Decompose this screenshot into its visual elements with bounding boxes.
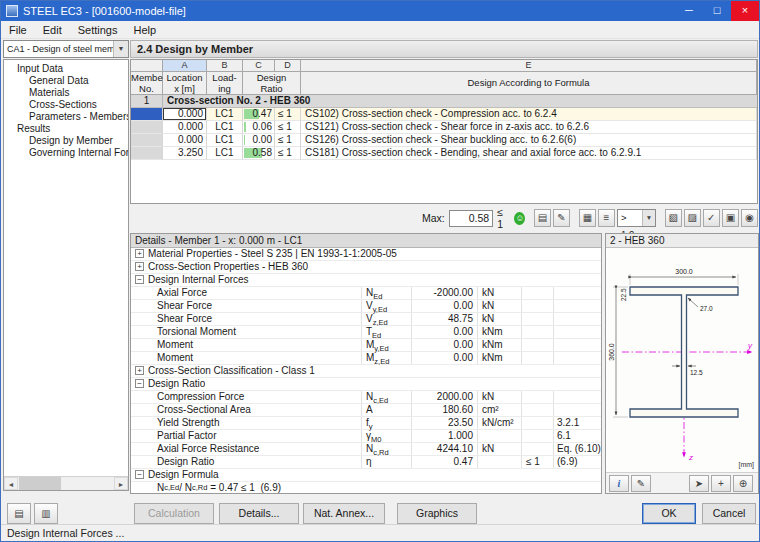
- tree-general-data[interactable]: General Data: [4, 75, 128, 87]
- cell-formula[interactable]: CS121) Cross-section check - Shear force…: [301, 121, 757, 134]
- check-icon-button[interactable]: ✓: [703, 209, 720, 227]
- column-d[interactable]: D: [275, 60, 301, 72]
- cell-loading[interactable]: LC1: [207, 108, 243, 121]
- cell-formula[interactable]: CS181) Cross-section check - Bending, sh…: [301, 147, 757, 160]
- cell-loading[interactable]: LC1: [207, 121, 243, 134]
- menu-edit[interactable]: Edit: [35, 21, 70, 39]
- tree-results[interactable]: Results: [4, 123, 128, 135]
- tree-design-by-member[interactable]: Design by Member: [4, 135, 128, 147]
- cell-ratio[interactable]: 0.47: [243, 108, 275, 121]
- info-button[interactable]: i: [609, 475, 629, 492]
- sheet-icon-button[interactable]: ▤: [534, 209, 551, 227]
- dim-flange: 22.5: [620, 288, 627, 301]
- menu-file[interactable]: File: [1, 21, 35, 39]
- zoom-button[interactable]: ⊕: [733, 475, 753, 492]
- tree-input-data[interactable]: Input Data: [4, 63, 128, 75]
- pointer-button[interactable]: ➤: [689, 475, 709, 492]
- nat-annex-button[interactable]: Nat. Annex...: [303, 503, 385, 524]
- close-button[interactable]: ×: [731, 1, 759, 21]
- tree-materials[interactable]: Materials: [4, 87, 128, 99]
- menu-settings[interactable]: Settings: [70, 21, 126, 39]
- maximize-button[interactable]: □: [703, 1, 731, 21]
- cell-formula[interactable]: CS126) Cross-section check - Shear buckl…: [301, 134, 757, 147]
- table-icon-button[interactable]: ▦: [579, 209, 596, 227]
- tree-cross-sections[interactable]: Cross-Sections: [4, 99, 128, 111]
- cell-loading[interactable]: LC1: [207, 134, 243, 147]
- cell-location[interactable]: 0.000: [163, 121, 207, 134]
- toggle-tables-button[interactable]: ▥: [34, 503, 58, 524]
- cell-ratio[interactable]: 0.58: [243, 147, 275, 160]
- heb360-section-svg: y z 300.0 360.0 22.5 27.0: [606, 248, 758, 472]
- grid-icon-button[interactable]: ▣: [722, 209, 739, 227]
- row-selector[interactable]: [131, 108, 163, 121]
- results-table: A B C D E MemberNo. Locationx [m] Load-i…: [130, 59, 758, 204]
- column-a[interactable]: A: [163, 60, 207, 72]
- scroll-left-button[interactable]: ◄: [4, 477, 18, 490]
- tree-parameters-members[interactable]: Parameters - Members: [4, 111, 128, 123]
- dim-height: 360.0: [608, 343, 615, 361]
- cancel-button[interactable]: Cancel: [702, 503, 756, 524]
- chevron-down-icon[interactable]: ▼: [113, 41, 128, 57]
- scroll-thumb[interactable]: [19, 477, 61, 490]
- collapse-icon[interactable]: −: [135, 379, 144, 388]
- details-button[interactable]: Details...: [219, 503, 299, 524]
- detail-row: Moment My,Ed 0.00 kNm: [131, 339, 601, 352]
- expand-icon[interactable]: +: [135, 262, 144, 271]
- group-row[interactable]: 1 Cross-section No. 2 - HEB 360: [131, 95, 757, 108]
- detail-row: Axial Force Resistance Nc,Rd 4244.10 kN …: [131, 443, 601, 456]
- table-row: 3.250 LC1 0.58 ≤ 1 CS181) Cross-section …: [131, 147, 757, 160]
- cell-location[interactable]: 3.250: [163, 147, 207, 160]
- cell-ratio[interactable]: 0.00: [243, 134, 275, 147]
- column-letter-row: A B C D E: [131, 60, 757, 72]
- header-location: Locationx [m]: [163, 72, 207, 95]
- detail-row: Shear Force Vz,Ed 48.75 kN: [131, 313, 601, 326]
- pencil-icon-button[interactable]: ✎: [553, 209, 570, 227]
- row-selector[interactable]: [131, 147, 163, 160]
- crosshair-button[interactable]: +: [711, 475, 731, 492]
- minimize-button[interactable]: ─: [675, 1, 703, 21]
- unit-label: [mm]: [738, 461, 754, 469]
- stamp-button[interactable]: ✎: [631, 475, 651, 492]
- cell-ratio[interactable]: 0.06: [243, 121, 275, 134]
- window-title: STEEL EC3 - [001600-model-file]: [23, 5, 675, 17]
- dim-web: 12.5: [690, 369, 703, 376]
- column-b[interactable]: B: [207, 60, 243, 72]
- list-icon-button[interactable]: ≡: [598, 209, 615, 227]
- hatch-icon-button[interactable]: ▧: [665, 209, 682, 227]
- section-drawing[interactable]: y z 300.0 360.0 22.5 27.0: [606, 248, 758, 472]
- expand-icon[interactable]: +: [135, 249, 144, 258]
- nav-hscrollbar[interactable]: ◄ ►: [4, 476, 128, 490]
- menu-help[interactable]: Help: [125, 21, 164, 39]
- design-case-combo[interactable]: CA1 - Design of steel members ▼: [3, 40, 129, 58]
- details-section-design-formula: − Design Formula: [131, 469, 601, 482]
- row-selector[interactable]: [131, 134, 163, 147]
- y-axis-label: y: [747, 341, 753, 350]
- ok-button[interactable]: OK: [642, 503, 696, 524]
- detail-row: Partial Factor γM0 1.000 6.1: [131, 430, 601, 443]
- expand-icon[interactable]: +: [135, 366, 144, 375]
- scroll-right-button[interactable]: ►: [114, 477, 128, 490]
- collapse-icon[interactable]: −: [135, 470, 144, 479]
- hatch2-icon-button[interactable]: ▨: [684, 209, 701, 227]
- collapse-icon[interactable]: −: [135, 275, 144, 284]
- tree-governing-forces[interactable]: Governing Internal Forces by M: [4, 147, 128, 159]
- cell-location[interactable]: 0.000: [163, 134, 207, 147]
- cell-formula[interactable]: CS102) Cross-section check - Compression…: [301, 108, 757, 121]
- table-row: 0.000 LC1 0.00 ≤ 1 CS126) Cross-section …: [131, 134, 757, 147]
- toggle-navigator-button[interactable]: ▤: [7, 503, 31, 524]
- row-selector[interactable]: [131, 121, 163, 134]
- eye-icon-button[interactable]: ◉: [741, 209, 758, 227]
- graphics-button[interactable]: Graphics: [397, 503, 477, 524]
- column-e[interactable]: E: [301, 60, 757, 72]
- column-c[interactable]: C: [243, 60, 275, 72]
- detail-row: Design Ratio η 0.47 ≤ 1 (6.9): [131, 456, 601, 469]
- corner-cell: [131, 60, 163, 72]
- cell-loading[interactable]: LC1: [207, 147, 243, 160]
- cell-location[interactable]: 0.000: [163, 108, 207, 121]
- ok-smiley-icon: ☺: [514, 212, 525, 225]
- section-view-panel: 2 - HEB 360 y z: [605, 233, 759, 494]
- ratio-filter-combo[interactable]: > 1,0 ▼: [617, 209, 656, 227]
- chevron-down-icon[interactable]: ▼: [642, 210, 655, 226]
- symbol: Nc,Ed: [361, 391, 411, 403]
- z-axis-label: z: [688, 453, 693, 462]
